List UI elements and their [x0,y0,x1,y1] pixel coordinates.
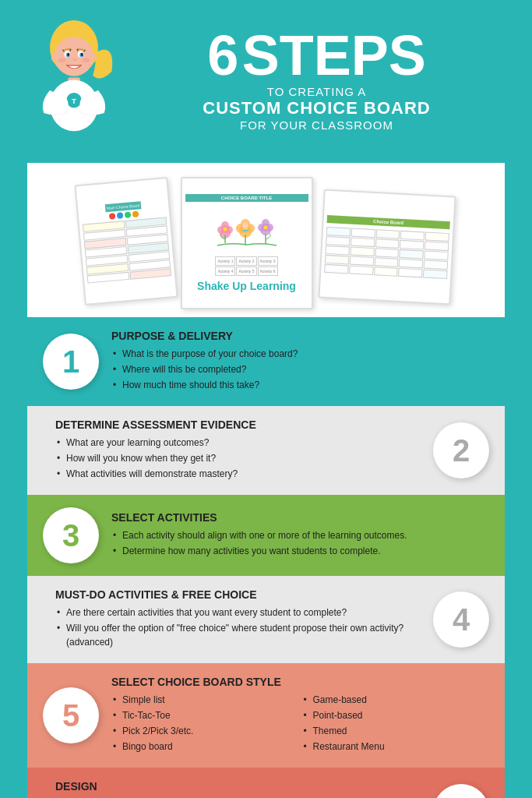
svg-point-12 [58,58,66,62]
svg-point-13 [83,58,90,62]
center-card-flowers [216,208,278,251]
center-card-subtitle: Activity 1 Activity 2 Activity 3 Activit… [215,256,277,276]
step-4-bullets: Are there certain activities that you wa… [55,606,421,649]
step-2-content: DETERMINE ASSESSMENT EVIDENCE What are y… [43,418,433,482]
step-3-row: 3 SELECT ACTIVITIES Each activity should… [27,495,505,576]
step-4-title: MUST-DO ACTIVITIES & FREE CHOICE [55,588,421,601]
step-1-row: 1 PURPOSE & DELIVERY What is the purpose… [27,317,505,406]
header-subtitle1: TO CREATING A [132,85,501,98]
steps-container: 1 PURPOSE & DELIVERY What is the purpose… [27,317,505,798]
step-5-circle: 5 [43,687,99,743]
shake-up-logo: Shake Up Learning [197,280,296,292]
step-2-bullet-2: How will you know when they get it? [55,451,421,465]
preview-card-center-inner: CHOICE BOARD TITLE [182,178,312,308]
header-subtitle2: CUSTOM CHOICE BOARD [132,98,501,118]
step-1-bullet-3: How much time should this take? [111,378,477,392]
svg-point-17 [92,59,95,62]
step-3-number: 3 [62,518,79,553]
step-6-content: DESIGN Put together your activities and … [43,780,433,798]
step-5-col1: Simple list Tic-Tac-Toe Pick 2/Pick 3/et… [111,693,287,755]
svg-point-10 [67,53,69,56]
header-text: 6 STEPS TO CREATING A CUSTOM CHOICE BOAR… [132,27,509,132]
step-6-row: 6 DESIGN Put together your activities an… [27,768,505,798]
step-1-content: PURPOSE & DELIVERY What is the purpose o… [99,330,489,394]
main-content: Main Choice Board [27,163,505,798]
step-5-col2: Game-based Point-based Themed Restaurant… [302,693,477,755]
step-1-bullet-2: Where will this be completed? [111,362,477,376]
step-2-number: 2 [453,433,470,468]
step-3-bullet-2: Determine how many activities you want s… [111,544,477,558]
step-1-bullets: What is the purpose of your choice board… [111,347,477,392]
svg-point-23 [223,228,227,231]
preview-card-right: Choice Board [318,189,456,305]
step-5-c1-b3: Pick 2/Pick 3/etc. [111,724,287,738]
step-2-circle: 2 [433,422,489,478]
step-6-number: 6 [453,795,470,799]
preview-card-center: CHOICE BOARD TITLE [181,177,313,309]
steps-number: 6 [207,24,238,87]
step-2-bullets: What are your learning outcomes? How wil… [55,436,421,481]
step-5-c2-b3: Themed [302,724,477,738]
step-5-c1-b2: Tic-Tac-Toe [111,708,287,722]
step-3-circle: 3 [43,507,99,563]
step-5-c2-b2: Point-based [302,708,477,722]
step-5-c1-b1: Simple list [111,693,287,707]
step-4-content: MUST-DO ACTIVITIES & FREE CHOICE Are the… [43,588,433,651]
step-5-c2-b1: Game-based [302,693,477,707]
step-2-title: DETERMINE ASSESSMENT EVIDENCE [55,418,421,431]
step-5-content: SELECT CHOICE BOARD STYLE Simple list Ti… [99,676,489,755]
step-4-row: 4 MUST-DO ACTIVITIES & FREE CHOICE Are t… [27,576,505,663]
step-4-bullet-1: Are there certain activities that you wa… [55,606,421,620]
step-5-c2-b4: Restaurant Menu [302,740,477,754]
step-5-bullets-col2: Game-based Point-based Themed Restaurant… [302,693,477,754]
step-3-title: SELECT ACTIVITIES [111,511,477,524]
header-subtitle3: FOR YOUR CLASSROOM [132,118,501,132]
left-card-content [81,208,171,284]
character-illustration: T [23,19,125,139]
preview-logo-area: Shake Up Learning [197,280,296,292]
step-1-title: PURPOSE & DELIVERY [111,330,477,342]
step-5-c1-b4: Bingo board [111,740,287,754]
step-6-title: DESIGN [55,780,421,793]
character-svg: T [27,19,121,139]
step-4-number: 4 [453,602,470,637]
page-wrapper: T [0,0,532,798]
preview-card-left-inner: Main Choice Board [76,178,176,304]
step-1-number: 1 [62,344,79,380]
step-4-circle: 4 [433,591,489,648]
svg-point-38 [263,226,267,230]
svg-point-11 [81,53,83,56]
step-5-two-col: Simple list Tic-Tac-Toe Pick 2/Pick 3/et… [111,693,477,755]
header-title-line1: 6 STEPS [132,27,501,83]
step-3-bullets: Each activity should align with one or m… [111,528,477,558]
step-6-circle: 6 [433,784,489,798]
svg-point-16 [53,59,56,62]
header: T [0,0,532,163]
step-1-circle: 1 [43,334,99,390]
svg-point-5 [55,37,93,76]
step-5-title: SELECT CHOICE BOARD STYLE [111,676,477,688]
steps-label: STEPS [242,24,426,87]
preview-section: Main Choice Board [27,163,505,317]
center-card-title: CHOICE BOARD TITLE [185,194,308,202]
flowers-svg [216,208,278,251]
right-card-grid [324,227,449,279]
step-3-bullet-1: Each activity should align with one or m… [111,528,477,542]
step-5-row: 5 SELECT CHOICE BOARD STYLE Simple list … [27,663,505,768]
step-4-bullet-2: Will you offer the option of "free choic… [55,621,421,649]
step-3-content: SELECT ACTIVITIES Each activity should a… [99,511,489,560]
svg-point-32 [242,222,248,228]
step-5-number: 5 [62,698,79,733]
step-2-bullet-3: What activities will demonstrate mastery… [55,467,421,481]
preview-card-left: Main Choice Board [74,177,178,305]
step-2-row: 2 DETERMINE ASSESSMENT EVIDENCE What are… [27,406,505,495]
step-5-bullets-col1: Simple list Tic-Tac-Toe Pick 2/Pick 3/et… [111,693,287,754]
step-2-bullet-1: What are your learning outcomes? [55,436,421,450]
preview-card-right-inner: Choice Board [319,191,454,304]
svg-text:T: T [72,97,76,105]
step-1-bullet-1: What is the purpose of your choice board… [111,347,477,361]
